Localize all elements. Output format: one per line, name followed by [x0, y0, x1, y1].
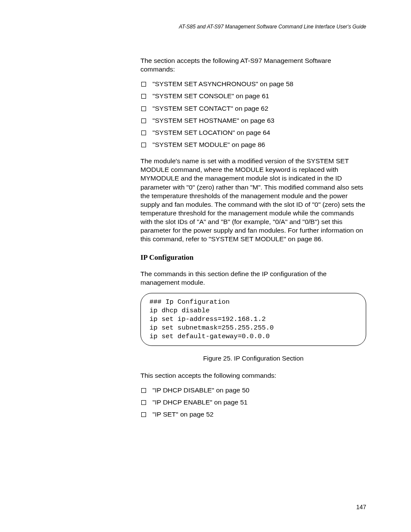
section-heading: IP Configuration [140, 253, 366, 262]
list-item-text: "IP DHCP ENABLE" on page 51 [153, 398, 248, 406]
list-item-text: "SYSTEM SET HOSTNAME" on page 63 [153, 117, 274, 124]
list-item: "IP DHCP ENABLE" on page 51 [140, 398, 366, 407]
code-block: ### Ip Configuration ip dhcp disable ip … [140, 293, 366, 346]
list-item-text: "SYSTEM SET MODULE" on page 86 [153, 141, 265, 148]
list-item: "SYSTEM SET ASYNCHRONOUS" on page 58 [140, 80, 366, 88]
figure-caption: Figure 25. IP Configuration Section [140, 355, 366, 362]
ip-intro-paragraph: The commands in this section define the … [140, 270, 366, 287]
guide-title: AT-S85 and AT-S97 Management Software Co… [179, 24, 366, 30]
list-item: "IP SET" on page 52 [140, 410, 366, 419]
list-item: "SYSTEM SET LOCATION" on page 64 [140, 128, 366, 137]
list-item: "SYSTEM SET MODULE" on page 86 [140, 140, 366, 149]
commands-list-2: "IP DHCP DISABLE" on page 50 "IP DHCP EN… [140, 386, 366, 419]
commands-intro-2: This section accepts the following comma… [140, 371, 366, 380]
page-number: 147 [356, 504, 366, 510]
list-item: "SYSTEM SET CONTACT" on page 62 [140, 104, 366, 113]
list-item-text: "IP SET" on page 52 [153, 411, 214, 418]
list-item: "IP DHCP DISABLE" on page 50 [140, 386, 366, 395]
list-item: "SYSTEM SET HOSTNAME" on page 63 [140, 116, 366, 125]
list-item-text: "SYSTEM SET CONTACT" on page 62 [153, 105, 268, 112]
intro-paragraph: The section accepts the following AT-S97… [140, 56, 366, 74]
commands-list-1: "SYSTEM SET ASYNCHRONOUS" on page 58 "SY… [140, 80, 366, 149]
page-container: AT-S85 and AT-S97 Management Software Co… [0, 0, 411, 532]
list-item: "SYSTEM SET CONSOLE" on page 61 [140, 92, 366, 100]
list-item-text: "SYSTEM SET LOCATION" on page 64 [153, 129, 270, 136]
module-paragraph: The module's name is set with a modified… [140, 157, 366, 243]
page-header: AT-S85 and AT-S97 Management Software Co… [140, 24, 366, 30]
list-item-text: "SYSTEM SET CONSOLE" on page 61 [153, 92, 269, 100]
list-item-text: "SYSTEM SET ASYNCHRONOUS" on page 58 [153, 80, 293, 87]
list-item-text: "IP DHCP DISABLE" on page 50 [153, 386, 249, 394]
